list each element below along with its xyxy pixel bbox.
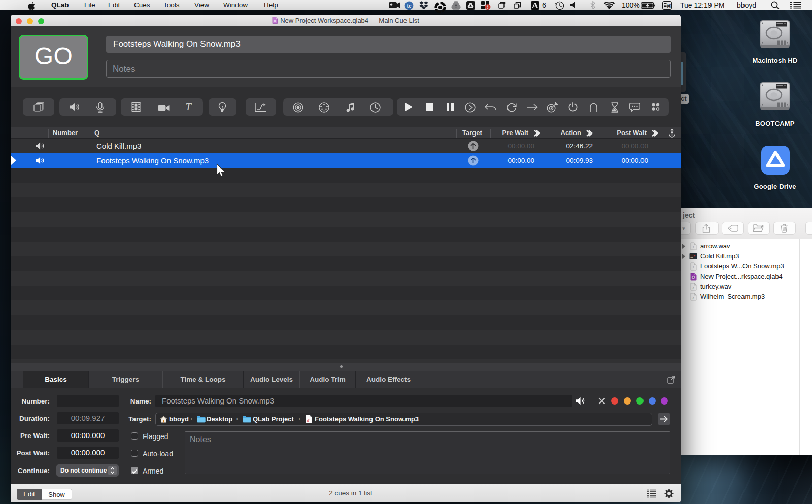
svg-text:te: te	[407, 3, 412, 9]
svg-text:♪: ♪	[692, 265, 694, 270]
svg-text:♪: ♪	[692, 295, 694, 300]
svg-text:T: T	[185, 102, 192, 112]
svg-text:♪: ♪	[692, 285, 694, 290]
svg-text:⌘: ⌘	[666, 3, 671, 9]
svg-text:♪: ♪	[692, 245, 694, 249]
